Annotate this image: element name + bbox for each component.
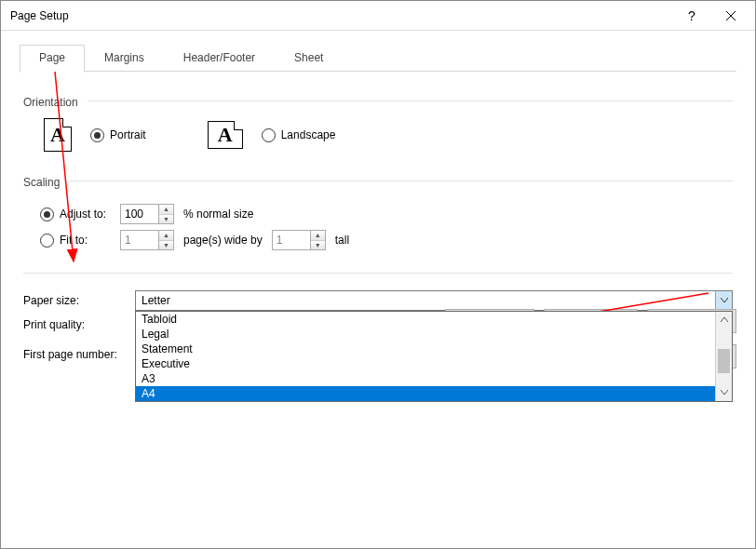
paper-size-value: Letter [136,291,715,310]
landscape-radio-label: Landscape [281,128,336,141]
scroll-up-icon[interactable] [716,312,732,328]
print-quality-label: Print quality: [23,318,126,331]
fit-tall-input[interactable] [273,231,310,249]
landscape-radio[interactable]: Landscape [262,128,336,142]
fit-tall-suffix: tall [335,234,349,247]
orientation-group-header: Orientation [23,88,733,113]
radio-icon [40,208,54,221]
adjust-value-spinner[interactable]: ▲▼ [120,204,174,224]
paper-size-combobox[interactable]: Letter [135,290,733,311]
radio-icon [262,128,276,142]
fit-tall-spinner[interactable]: ▲▼ [272,230,326,250]
help-button[interactable]: ? [673,3,710,29]
adjust-to-radio[interactable]: Adjust to: [40,208,111,221]
scaling-group-header: Scaling [23,168,733,193]
fields-block: Paper size: Letter Tabloid Legal [23,290,733,361]
adjust-row: Adjust to: ▲▼ % normal size [40,204,733,224]
scroll-down-icon[interactable] [716,384,732,401]
tab-sheet[interactable]: Sheet [275,45,343,73]
fit-row: Fit to: ▲▼ page(s) wide by ▲▼ tall [40,230,733,250]
orientation-label: Orientation [23,96,78,109]
landscape-page-icon: A [208,121,243,149]
radio-icon [40,234,54,248]
first-page-label: First page number: [23,348,117,361]
paper-size-dropdown: Tabloid Legal Statement Executive A3 A4 [135,311,733,402]
dropdown-button[interactable] [715,291,732,310]
paper-size-row: Paper size: Letter Tabloid Legal [23,290,733,311]
fit-wide-input[interactable] [121,231,158,249]
spinner-buttons[interactable]: ▲▼ [158,205,173,223]
orientation-row: A Portrait A Landscape [23,113,733,161]
fit-to-radio[interactable]: Fit to: [40,234,111,248]
fit-to-label: Fit to: [60,234,88,247]
fit-wide-spinner[interactable]: ▲▼ [120,230,174,250]
paper-size-label: Paper size: [23,294,126,307]
tab-page[interactable]: Page [20,45,85,73]
radio-icon [90,128,104,142]
tab-margins[interactable]: Margins [85,45,164,73]
portrait-radio[interactable]: Portrait [90,128,146,142]
paper-size-option[interactable]: Statement [136,341,715,356]
titlebar: Page Setup ? [1,1,755,31]
spinner-buttons[interactable]: ▲▼ [158,231,173,249]
tab-strip: Page Margins Header/Footer Sheet [20,44,736,72]
spinner-buttons[interactable]: ▲▼ [310,231,325,249]
page-setup-dialog: Page Setup ? Page Margins Header/Footer … [0,0,756,549]
adjust-suffix: % normal size [183,208,253,221]
adjust-value-input[interactable] [121,205,158,223]
scroll-thumb[interactable] [718,349,730,373]
scaling-block: Adjust to: ▲▼ % normal size Fit to: [23,193,733,260]
tab-content: Orientation A Portrait A [20,72,736,361]
dropdown-scrollbar[interactable] [715,312,732,401]
title-text: Page Setup [10,9,673,22]
portrait-radio-label: Portrait [110,128,146,141]
paper-size-option[interactable]: Tabloid [136,312,715,327]
paper-size-list: Tabloid Legal Statement Executive A3 A4 [136,312,715,401]
tab-header-footer[interactable]: Header/Footer [164,45,275,73]
chevron-down-icon [721,298,728,303]
portrait-page-icon: A [44,118,72,152]
close-icon [726,11,736,20]
paper-size-option[interactable]: Legal [136,327,715,341]
scaling-label: Scaling [23,176,60,189]
adjust-to-label: Adjust to: [60,208,106,221]
paper-size-option[interactable]: A3 [136,371,715,386]
fit-wide-suffix: page(s) wide by [183,234,263,247]
dialog-body: Page Margins Header/Footer Sheet Orienta… [1,31,755,382]
paper-size-option[interactable]: Executive [136,356,715,371]
close-button[interactable] [710,3,751,29]
paper-size-combo[interactable]: Letter Tabloid Legal Statement Executive [135,290,733,311]
paper-size-option-selected[interactable]: A4 [136,386,715,401]
